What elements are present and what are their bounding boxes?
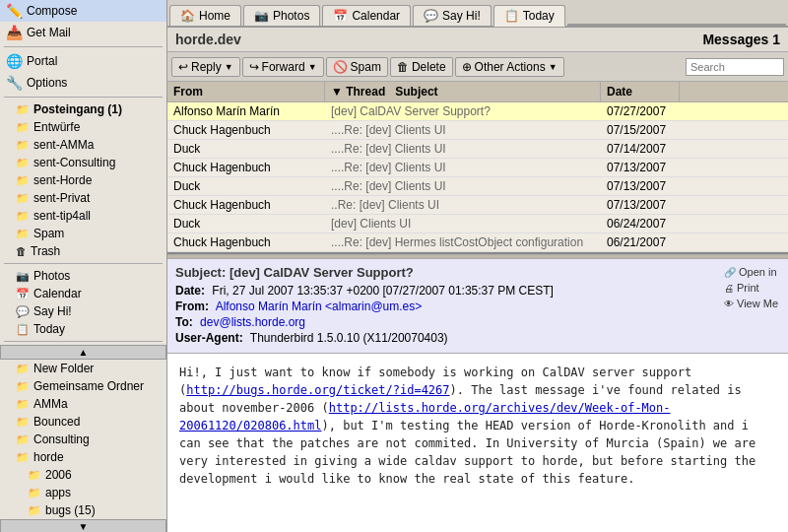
calendar-icon: 📅 [16,288,30,300]
tab-calendar[interactable]: 📅 Calendar [322,5,411,26]
sidebar-item-calendar[interactable]: 📅 Calendar [0,285,166,302]
other-dropdown-icon[interactable]: ▼ [549,62,558,72]
row-thread: ....Re: [dev] Clients UI [325,121,601,139]
site-title: horde.dev [175,32,241,47]
forward-icon: ↪ [249,60,259,74]
sidebar-item-photos[interactable]: 📷 Photos [0,267,166,285]
options-action[interactable]: 🔧 Options [0,72,166,94]
portal-label: Portal [27,54,57,68]
row-thread: ..Re: [dev] Clients UI [325,196,601,214]
sent-horde-label: sent-Horde [33,173,92,187]
tab-today[interactable]: 📋 Today [493,5,565,27]
sidebar-item-say-hi[interactable]: 💬 Say Hi! [0,302,166,320]
sidebar-item-trash[interactable]: 🗑 Trash [0,242,166,260]
divider-3 [4,263,163,264]
delete-label: Delete [412,60,446,74]
sent-horde-icon: 📁 [16,174,30,187]
search-input[interactable] [686,58,784,76]
body-link[interactable]: http://bugs.horde.org/ticket/?id=4267 [186,383,449,397]
message-body: Hi!, I just want to know if somebody is … [167,354,788,498]
horde-icon: 📁 [16,451,30,464]
tab-say-hi[interactable]: 💬 Say Hi! [413,5,492,26]
message-from: From: Alfonso Marín Marín <almarin@um.es… [175,299,780,313]
sidebar-item-today[interactable]: 📋 Today [0,320,166,338]
compose-action[interactable]: ✏️ Compose [0,0,166,22]
tab-say-hi-label: Say Hi! [442,9,481,23]
sidebar-item-consulting[interactable]: 📁 Consulting [0,431,166,448]
home-icon: 🏠 [180,9,195,23]
col-date-header[interactable]: Date [601,82,680,101]
sent-amma-icon: 📁 [16,139,30,152]
view-me-icon: 👁 [724,299,734,309]
row-date: 07/13/2007 [601,177,680,195]
spam-label: Spam [33,227,64,240]
tab-photos[interactable]: 📷 Photos [243,5,320,26]
options-icon: 🔧 [6,75,23,91]
sidebar-item-entwuerfe[interactable]: 📁 Entwürfe [0,118,166,136]
message-row[interactable]: Alfonso Marín Marín [dev] CalDAV Server … [167,102,788,121]
sidebar-item-sent-privat[interactable]: 📁 sent-Privat [0,189,166,207]
reply-button[interactable]: ↩ Reply ▼ [171,57,240,77]
date-value: Fri, 27 Jul 2007 13:35:37 +0200 [07/27/2… [212,284,554,298]
sidebar-item-sent-tip4all[interactable]: 📁 sent-tip4all [0,207,166,225]
row-from: Chuck Hagenbuch [167,233,325,251]
spam-btn-icon: 🚫 [333,60,348,74]
message-action-buttons: 🔗 Open in 🖨 Print 👁 View Me [722,265,780,310]
to-link[interactable]: dev@lists.horde.org [200,315,305,329]
entwuerfe-label: Entwürfe [33,120,80,134]
message-row[interactable]: Chuck Hagenbuch ....Re: [dev] Clients UI… [167,121,788,140]
spam-button[interactable]: 🚫 Spam [326,57,388,77]
view-me-button[interactable]: 👁 View Me [722,297,780,310]
delete-button[interactable]: 🗑 Delete [390,57,453,77]
row-from: Alfonso Marín Marín [167,102,325,120]
sidebar-item-bounced[interactable]: 📁 Bounced [0,413,166,431]
sidebar-item-new-folder[interactable]: 📁 New Folder [0,360,166,377]
message-rows: Alfonso Marín Marín [dev] CalDAV Server … [167,102,788,252]
forward-dropdown-icon[interactable]: ▼ [308,62,317,72]
col-thread-header[interactable]: ▼ Thread Subject [325,82,601,101]
sidebar-item-2006[interactable]: 📁 2006 [0,466,166,484]
tab-home[interactable]: 🏠 Home [169,5,241,26]
scroll-down-button[interactable]: ▼ [0,519,166,532]
from-link[interactable]: Alfonso Marín Marín <almarin@um.es> [216,299,423,313]
message-header: Subject: [dev] CalDAV Server Support? Da… [167,259,788,354]
row-from: Duck [167,140,325,158]
sidebar-item-gemeinsame[interactable]: 📁 Gemeinsame Ordner [0,377,166,395]
sent-tip4all-label: sent-tip4all [33,209,91,223]
sidebar-item-apps[interactable]: 📁 apps [0,484,166,501]
message-row[interactable]: Duck ....Re: [dev] Clients UI 07/14/2007 [167,140,788,159]
message-row[interactable]: Chuck Hagenbuch ....Re: [dev] Hermes lis… [167,233,788,252]
row-date: 06/21/2007 [601,233,680,251]
sidebar-item-sent-amma[interactable]: 📁 sent-AMMa [0,136,166,154]
get-mail-label: Get Mail [27,26,71,39]
sidebar-item-spam[interactable]: 📁 Spam [0,225,166,242]
portal-action[interactable]: 🌐 Portal [0,50,166,72]
sidebar-item-sent-horde[interactable]: 📁 sent-Horde [0,171,166,189]
sidebar-item-horde[interactable]: 📁 horde [0,448,166,466]
message-row[interactable]: Duck [dev] Clients UI 06/24/2007 [167,215,788,233]
today-label: Today [33,322,65,336]
get-mail-action[interactable]: 📥 Get Mail [0,22,166,43]
scroll-up-button[interactable]: ▲ [0,345,166,360]
sidebar-item-posteingang[interactable]: 📁 Posteingang (1) [0,100,166,118]
open-in-button[interactable]: 🔗 Open in [722,265,780,279]
main-header: horde.dev Messages 1 [167,28,788,52]
message-row[interactable]: Duck ....Re: [dev] Clients UI 07/13/2007 [167,177,788,196]
reply-dropdown-icon[interactable]: ▼ [225,62,233,72]
message-row[interactable]: Chuck Hagenbuch ....Re: [dev] Clients UI… [167,159,788,177]
sent-consulting-icon: 📁 [16,157,30,169]
compose-icon: ✏️ [6,3,23,19]
col-from-header[interactable]: From [167,82,325,101]
apps-label: apps [45,486,71,499]
sidebar-item-amma[interactable]: 📁 AMMa [0,395,166,413]
forward-button[interactable]: ↪ Forward ▼ [242,57,324,77]
message-row[interactable]: Chuck Hagenbuch ..Re: [dev] Clients UI 0… [167,196,788,215]
other-actions-button[interactable]: ⊕ Other Actions ▼ [455,57,564,77]
bounced-icon: 📁 [16,416,30,429]
sidebar-item-sent-consulting[interactable]: 📁 sent-Consulting [0,154,166,171]
row-date: 07/27/2007 [601,102,680,120]
body-link[interactable]: http://lists.horde.org/archives/dev/Week… [179,401,671,432]
print-button[interactable]: 🖨 Print [722,281,780,295]
row-date: 06/24/2007 [601,215,680,233]
sidebar-item-bugs[interactable]: 📁 bugs (15) [0,501,166,519]
